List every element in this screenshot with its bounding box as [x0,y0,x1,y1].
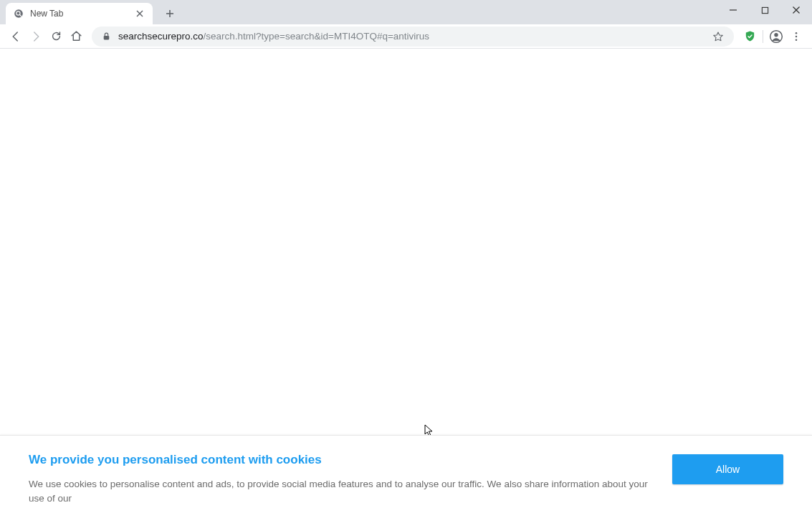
back-button[interactable] [6,27,26,47]
tab-favicon [13,8,24,19]
forward-button[interactable] [26,27,46,47]
tab-strip: New Tab [0,0,812,24]
toolbar-separator [763,30,763,43]
page-content: We provide you personalised content with… [0,49,812,513]
svg-point-15 [796,35,798,37]
window-controls [717,0,812,20]
window-maximize-icon[interactable] [749,0,780,20]
url-host: searchsecurepro.co [118,31,204,42]
toolbar: searchsecurepro.co/search.html?type=sear… [0,24,812,49]
profile-icon[interactable] [766,27,786,47]
cookie-banner-text: We provide you personalised content with… [29,453,672,507]
svg-rect-11 [104,36,110,39]
svg-rect-8 [762,7,768,13]
new-tab-button[interactable] [160,4,180,24]
lock-icon[interactable] [102,32,111,41]
svg-point-16 [796,39,798,41]
svg-point-0 [14,9,23,18]
cookie-allow-button[interactable]: Allow [672,454,783,484]
tab-close-icon[interactable] [134,8,145,19]
browser-tab[interactable]: New Tab [6,3,153,24]
menu-icon[interactable] [786,27,806,47]
cookie-banner: We provide you personalised content with… [0,435,812,514]
extension-shield-icon[interactable] [740,27,760,47]
svg-point-13 [774,32,778,37]
cookie-banner-title: We provide you personalised content with… [29,453,655,467]
home-button[interactable] [66,27,86,47]
svg-point-14 [796,32,798,34]
reload-button[interactable] [46,27,66,47]
url-path: /search.html?type=search&id=MTI4OTQ#q=an… [204,31,430,42]
address-bar[interactable]: searchsecurepro.co/search.html?type=sear… [92,27,734,47]
window-minimize-icon[interactable] [717,0,749,20]
bookmark-star-icon[interactable] [712,31,724,42]
tab-title: New Tab [30,9,134,19]
window-close-icon[interactable] [780,0,812,20]
cookie-banner-body: We use cookies to personalise content an… [29,477,655,507]
